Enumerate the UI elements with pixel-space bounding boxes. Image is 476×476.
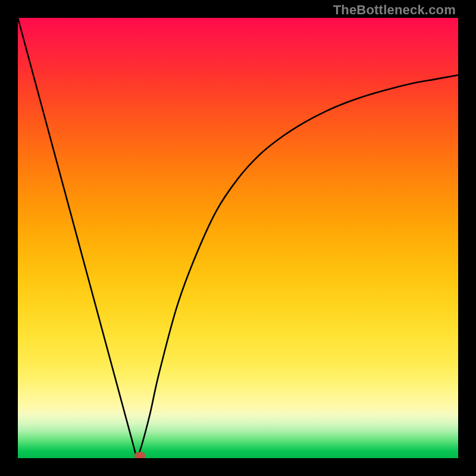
chart-frame: TheBottleneck.com xyxy=(0,0,476,476)
bottleneck-curve xyxy=(18,18,458,458)
optimal-point-marker xyxy=(134,452,145,458)
plot-area xyxy=(18,18,458,458)
curve-svg xyxy=(18,18,458,458)
attribution-text: TheBottleneck.com xyxy=(333,2,456,18)
